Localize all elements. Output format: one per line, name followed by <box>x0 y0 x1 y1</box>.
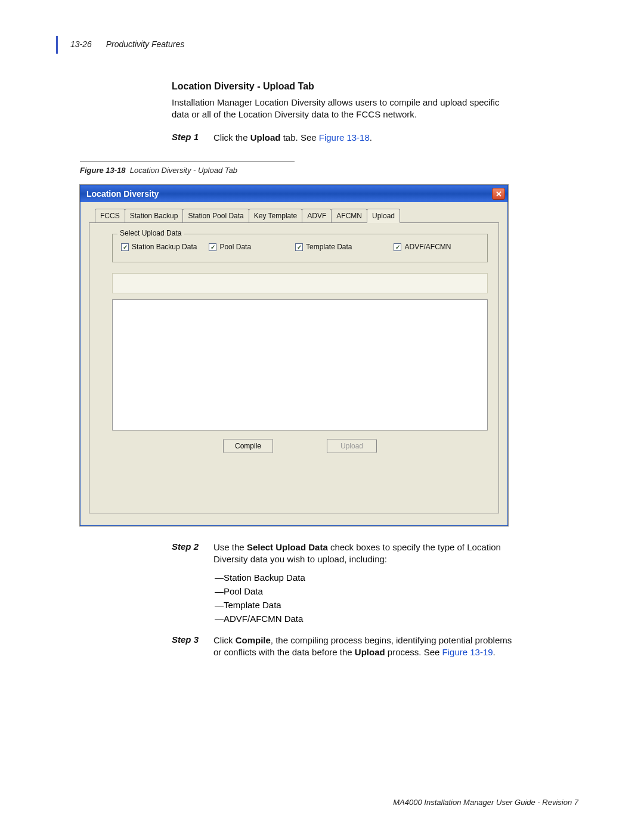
status-field <box>112 273 488 293</box>
checkbox-template-data[interactable]: ✓ Template Data <box>295 243 352 251</box>
tab-advf[interactable]: ADVF <box>302 209 332 222</box>
tab-key-template[interactable]: Key Template <box>249 209 303 222</box>
header-side-rule <box>56 36 58 54</box>
upload-button: Upload <box>327 439 377 453</box>
groupbox-legend: Select Upload Data <box>117 229 184 237</box>
figure-divider <box>80 161 295 162</box>
step-1-label: Step 1 <box>172 132 205 144</box>
intro-paragraph: Installation Manager Location Diversity … <box>172 97 512 121</box>
tab-station-backup[interactable]: Station Backup <box>125 209 184 222</box>
check-icon: ✓ <box>209 243 216 251</box>
close-icon: ✕ <box>496 190 502 199</box>
checkbox-pool-data[interactable]: ✓ Pool Data <box>209 243 251 251</box>
bullet-item: Station Backup Data <box>215 571 515 584</box>
step-3-label: Step 3 <box>172 634 205 659</box>
tab-station-pool-data[interactable]: Station Pool Data <box>182 209 249 222</box>
running-head: 13-26 Productivity Features <box>70 39 184 49</box>
bullet-item: Pool Data <box>215 584 515 598</box>
compile-button[interactable]: Compile <box>223 439 273 453</box>
section-title: Location Diversity - Upload Tab <box>172 81 512 92</box>
tab-fccs[interactable]: FCCS <box>95 209 125 222</box>
window-title: Location Diversity <box>86 189 159 199</box>
bullet-item: Template Data <box>215 598 515 612</box>
titlebar: Location Diversity ✕ <box>80 185 507 202</box>
log-textarea[interactable] <box>112 299 488 431</box>
figure-ref-13-19[interactable]: Figure 13-19 <box>442 647 493 657</box>
tab-afcmn[interactable]: AFCMN <box>331 209 367 222</box>
step-3-row: Step 3 Click Compile, the compiling proc… <box>172 634 515 659</box>
tab-strip: FCCS Station Backup Station Pool Data Ke… <box>95 208 499 222</box>
check-icon: ✓ <box>394 243 401 251</box>
upload-tab-panel: Select Upload Data ✓ Station Backup Data… <box>89 222 499 513</box>
check-icon: ✓ <box>295 243 303 251</box>
step-2-row: Step 2 Use the Select Upload Data check … <box>172 541 515 566</box>
tab-upload[interactable]: Upload <box>367 209 400 223</box>
select-upload-data-groupbox: Select Upload Data ✓ Station Backup Data… <box>112 234 488 262</box>
step-1-body: Click the Upload tab. See Figure 13-18. <box>213 132 512 144</box>
step-2-body: Use the Select Upload Data check boxes t… <box>213 541 515 566</box>
bullet-item: ADVF/AFCMN Data <box>215 612 515 625</box>
running-head-section: Productivity Features <box>106 39 185 49</box>
step-1-row: Step 1 Click the Upload tab. See Figure … <box>172 132 512 144</box>
location-diversity-window: Location Diversity ✕ FCCS Station Backup… <box>80 185 508 526</box>
step-3-body: Click Compile, the compiling process beg… <box>213 634 515 659</box>
close-button[interactable]: ✕ <box>492 188 505 200</box>
checkbox-station-backup-data[interactable]: ✓ Station Backup Data <box>121 243 197 251</box>
step-2-label: Step 2 <box>172 541 205 566</box>
page-number: 13-26 <box>70 39 92 49</box>
button-row: Compile Upload <box>112 439 488 453</box>
checkbox-row: ✓ Station Backup Data ✓ Pool Data ✓ Temp… <box>121 243 479 251</box>
window-body: FCCS Station Backup Station Pool Data Ke… <box>80 202 507 525</box>
figure-caption: Figure 13-18 Location Diversity - Upload… <box>80 166 237 175</box>
checkbox-advf-afcmn[interactable]: ✓ ADVF/AFCMN <box>394 243 451 251</box>
check-icon: ✓ <box>121 243 129 251</box>
figure-ref-13-18[interactable]: Figure 13-18 <box>319 132 370 143</box>
step-2-bullets: Station Backup Data Pool Data Template D… <box>215 571 515 626</box>
footer: MA4000 Installation Manager User Guide -… <box>393 798 578 807</box>
